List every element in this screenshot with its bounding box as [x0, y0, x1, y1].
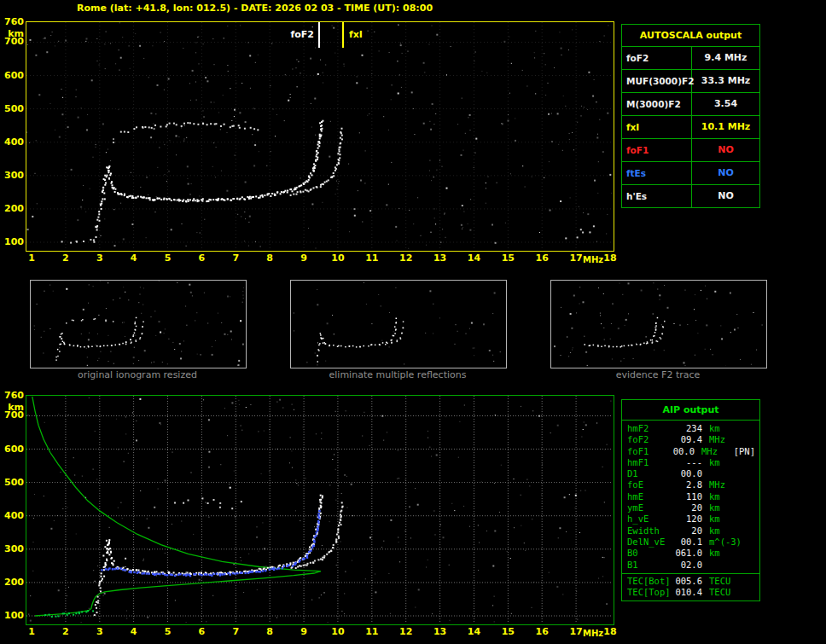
- aip-row-ymE: ymE20km: [622, 502, 759, 513]
- aip-row-hmF1: hmF1---km: [622, 457, 759, 468]
- top-x-tick-18: 18: [602, 253, 619, 263]
- aip-param-extra: [PN]: [734, 446, 755, 457]
- aip-param-value: 00.1: [675, 537, 702, 548]
- top-y-tick-300: 300: [1, 171, 24, 180]
- thumbnail-eliminate-reflections: [290, 280, 507, 368]
- autoscala-param-name: ftEs: [622, 162, 692, 184]
- top-y-tick-760: 760: [1, 17, 24, 26]
- bottom-x-tick-3: 3: [91, 627, 108, 636]
- aip-row-D1: D100.0: [622, 468, 759, 479]
- autoscala-param-name: M(3000)F2: [622, 93, 692, 115]
- aip-param-value: 005.6: [675, 576, 702, 587]
- aip-row-foE: foE2.8MHz: [622, 479, 759, 490]
- aip-param-value: 02.0: [675, 560, 702, 571]
- bottom-x-axis-unit: MHz: [583, 629, 603, 638]
- top-x-tick-14: 14: [465, 253, 482, 263]
- top-x-tick-8: 8: [261, 253, 278, 263]
- autoscala-param-value: 9.4 MHz: [692, 47, 759, 69]
- bottom-x-tick-4: 4: [125, 627, 143, 636]
- aip-param-name: TEC[Top]: [627, 587, 675, 598]
- bottom-y-tick-200: 200: [1, 577, 24, 587]
- bottom-x-tick-11: 11: [364, 627, 381, 636]
- top-y-axis-unit: km: [1, 29, 24, 38]
- autoscala-param-name: foF1: [622, 139, 692, 161]
- aip-param-value: 00.0: [675, 468, 702, 479]
- aip-table-tec-rows: TEC[Bot]005.6TECUTEC[Top]010.4TECU: [622, 573, 759, 599]
- aip-row-B0: B0061.0km: [622, 548, 759, 559]
- aip-param-unit: km: [702, 548, 745, 559]
- autoscala-param-name: foF2: [622, 47, 692, 69]
- aip-row-DelN_vE: DelN_vE00.1m^(-3): [622, 537, 759, 548]
- bottom-y-tick-600: 600: [1, 444, 24, 454]
- top-x-tick-9: 9: [295, 253, 312, 263]
- bottom-x-tick-10: 10: [329, 627, 346, 636]
- aip-param-unit: MHz: [695, 446, 734, 457]
- autoscala-row-foF1: foF1NO: [622, 139, 759, 162]
- autoscala-param-value: NO: [692, 139, 759, 161]
- top-y-tick-500: 500: [1, 104, 24, 113]
- aip-row-hmE: hmE110km: [622, 491, 759, 502]
- aip-param-unit: km: [702, 457, 745, 468]
- bottom-x-tick-13: 13: [432, 627, 449, 636]
- thumbnail-evidence-f2: [550, 280, 767, 368]
- fxi-marker-label: fxI: [349, 30, 363, 39]
- bottom-x-tick-18: 18: [602, 627, 619, 636]
- thumbnail-evidence-canvas: [551, 281, 765, 366]
- bottom-x-tick-1: 1: [23, 627, 40, 636]
- top-x-tick-10: 10: [329, 253, 346, 263]
- top-x-tick-3: 3: [91, 253, 108, 263]
- top-y-tick-100: 100: [1, 237, 24, 247]
- bottom-x-tick-7: 7: [227, 627, 244, 636]
- aip-output-table: AIP output hmF2234kmfoF209.4MHzfoF100.0M…: [621, 399, 760, 601]
- top-x-tick-2: 2: [57, 253, 74, 263]
- top-x-tick-12: 12: [398, 253, 415, 263]
- bottom-x-tick-5: 5: [160, 627, 177, 636]
- top-x-tick-7: 7: [227, 253, 244, 263]
- top-x-tick-13: 13: [432, 253, 449, 263]
- bottom-x-tick-15: 15: [499, 627, 516, 636]
- aip-param-value: ---: [675, 457, 702, 468]
- aip-param-name: hmF2: [627, 423, 675, 434]
- top-ionogram-canvas: [26, 22, 612, 249]
- top-y-tick-600: 600: [1, 71, 24, 80]
- aip-row-hmF2: hmF2234km: [622, 423, 759, 434]
- bottom-x-tick-8: 8: [261, 627, 278, 636]
- aip-table-rows: hmF2234kmfoF209.4MHzfoF100.0MHz[PN]hmF1-…: [622, 421, 759, 571]
- bottom-profile-plot: [26, 395, 614, 625]
- bottom-profile-canvas: [26, 396, 612, 623]
- bottom-y-tick-760: 760: [1, 391, 24, 400]
- aip-param-value: 061.0: [675, 548, 702, 559]
- aip-param-name: hmE: [627, 491, 675, 502]
- aip-row-h_vE: h_vE120km: [622, 513, 759, 525]
- aip-param-name: foE: [627, 479, 675, 490]
- autoscala-param-value: NO: [692, 185, 759, 207]
- autoscala-param-name: fxI: [622, 116, 692, 138]
- bottom-y-tick-500: 500: [1, 478, 24, 487]
- thumbnail-caption-evidence: evidence F2 trace: [550, 369, 765, 380]
- fxi-marker-line: [342, 22, 344, 48]
- aip-param-value: 110: [675, 491, 702, 502]
- autoscala-table-rows: foF29.4 MHzMUF(3000)F233.3 MHzM(3000)F23…: [622, 47, 759, 207]
- bottom-x-tick-14: 14: [465, 627, 482, 636]
- thumbnail-original-ionogram: [30, 280, 247, 368]
- bottom-x-tick-2: 2: [57, 627, 74, 636]
- autoscala-param-value: 33.3 MHz: [692, 70, 759, 92]
- aip-param-unit: MHz: [702, 434, 745, 445]
- aip-param-name: TEC[Bot]: [627, 576, 675, 587]
- aip-param-unit: m^(-3): [702, 537, 745, 548]
- aip-param-name: h_vE: [627, 513, 675, 525]
- autoscala-row-foF2: foF29.4 MHz: [622, 47, 759, 70]
- top-x-tick-6: 6: [193, 253, 210, 263]
- bottom-y-tick-400: 400: [1, 511, 24, 520]
- bottom-x-tick-6: 6: [193, 627, 210, 636]
- fof2-marker-label: foF2: [291, 30, 315, 39]
- aip-row-foF1: foF100.0MHz[PN]: [622, 446, 759, 457]
- autoscala-window: Rome (lat: +41.8, lon: 012.5) - DATE: 20…: [0, 0, 826, 644]
- aip-param-name: hmF1: [627, 457, 675, 468]
- aip-param-name: foF1: [627, 446, 670, 457]
- aip-row-Ewidth: Ewidth20km: [622, 525, 759, 537]
- aip-param-value: 2.8: [675, 479, 702, 490]
- top-x-axis-unit: MHz: [583, 255, 603, 264]
- aip-param-name: foF2: [627, 434, 675, 445]
- bottom-y-tick-300: 300: [1, 544, 24, 554]
